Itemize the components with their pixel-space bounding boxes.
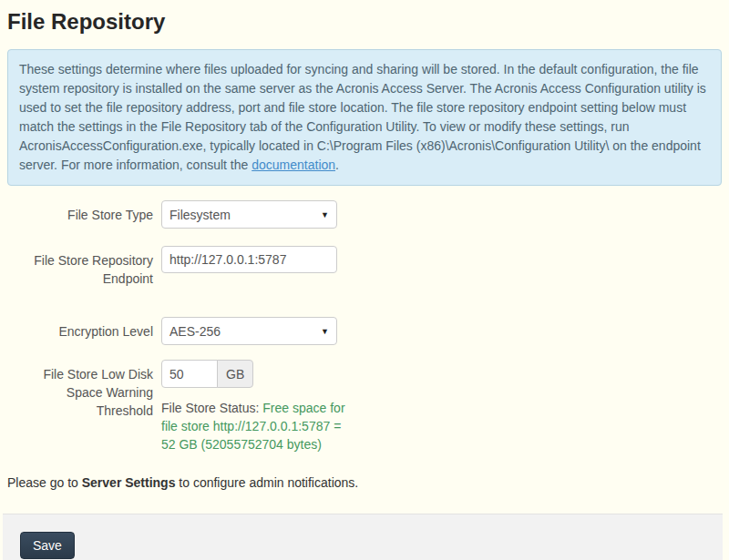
- page-title: File Repository: [7, 9, 722, 35]
- admin-notifications-notice: Please go to Server Settings to configur…: [7, 475, 722, 490]
- file-store-type-label: File Store Type: [7, 200, 153, 229]
- dropdown-caret-icon: ▼: [321, 327, 329, 336]
- info-alert-text: These settings determine where files upl…: [19, 62, 706, 172]
- documentation-link[interactable]: documentation: [252, 158, 335, 172]
- form-row-threshold: File Store Low Disk Space Warning Thresh…: [7, 360, 722, 453]
- notice-text-before: Please go to: [7, 475, 82, 490]
- notice-text-after: to configure admin notifications.: [175, 475, 358, 490]
- encryption-level-selected-value: AES-256: [169, 324, 221, 339]
- info-alert-text-suffix: .: [335, 158, 339, 172]
- form-row-encryption: Encryption Level AES-256 ▼: [7, 317, 722, 345]
- encryption-level-select[interactable]: AES-256 ▼: [161, 317, 337, 345]
- server-settings-link[interactable]: Server Settings: [82, 475, 176, 490]
- form-row-endpoint: File Store Repository Endpoint: [7, 246, 722, 288]
- threshold-input[interactable]: [161, 360, 218, 388]
- endpoint-label: File Store Repository Endpoint: [7, 246, 153, 288]
- info-alert: These settings determine where files upl…: [7, 49, 722, 186]
- file-store-status: File Store Status: Free space for file s…: [161, 399, 351, 453]
- threshold-label: File Store Low Disk Space Warning Thresh…: [7, 360, 153, 453]
- encryption-level-label: Encryption Level: [7, 317, 153, 345]
- dropdown-caret-icon: ▼: [321, 210, 329, 219]
- file-repository-page: File Repository These settings determine…: [0, 0, 729, 490]
- threshold-unit-addon: GB: [217, 360, 253, 388]
- file-store-type-select[interactable]: Filesystem ▼: [161, 200, 337, 229]
- file-store-status-prefix: File Store Status:: [161, 401, 259, 415]
- threshold-input-group: GB: [161, 360, 351, 388]
- endpoint-input[interactable]: [161, 246, 337, 273]
- form-row-file-store-type: File Store Type Filesystem ▼: [7, 200, 722, 229]
- file-store-type-selected-value: Filesystem: [169, 208, 231, 222]
- save-button[interactable]: Save: [20, 532, 75, 559]
- form-actions-footer: Save: [3, 514, 723, 560]
